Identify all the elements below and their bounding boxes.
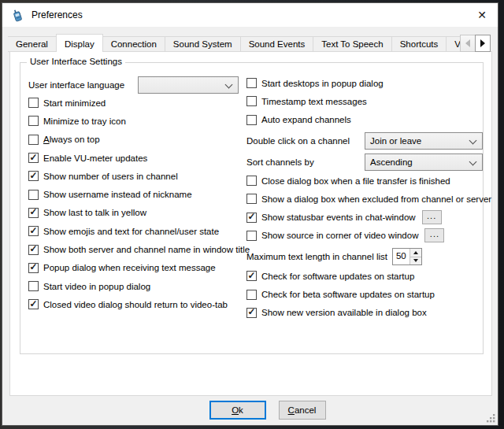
checkbox-row[interactable]: Check for beta software updates on start… xyxy=(246,285,492,303)
checkbox-row[interactable]: Close dialog box when a file transfer is… xyxy=(246,172,492,190)
tab[interactable]: Text To Speech xyxy=(313,36,391,52)
checkbox-label: Show a dialog box when excluded from cha… xyxy=(261,194,491,204)
checkbox-label: Show source in corner of video window xyxy=(261,231,418,240)
tab-scroll-buttons xyxy=(460,35,491,52)
spinner-down-icon[interactable] xyxy=(410,257,421,265)
checkbox[interactable] xyxy=(28,245,39,255)
spinner-up-icon[interactable] xyxy=(410,249,421,257)
sort-channels-row: Sort channels by Ascending xyxy=(246,153,492,171)
checkbox-row[interactable]: Closed video dialog should return to vid… xyxy=(28,295,246,313)
tab[interactable]: General xyxy=(8,36,57,52)
checkbox-row[interactable]: Show a dialog box when excluded from cha… xyxy=(246,190,492,208)
language-label: User interface language xyxy=(28,80,124,90)
checkbox[interactable] xyxy=(246,213,257,223)
tab-scroll-right-icon[interactable] xyxy=(475,35,491,52)
checkbox-label: Show username instead of nickname xyxy=(43,190,192,199)
checkbox-row[interactable]: Show last to talk in yellow xyxy=(28,204,246,222)
checkbox-row[interactable]: Show new version available in dialog box xyxy=(246,304,492,322)
checkbox-row[interactable]: Show emojis and text for channel/user st… xyxy=(28,222,246,240)
checkbox-label: Closed video dialog should return to vid… xyxy=(43,300,228,309)
double-click-value: Join or leave xyxy=(370,136,421,146)
tab[interactable]: Shortcuts xyxy=(391,36,447,52)
checkbox[interactable] xyxy=(28,263,39,273)
resize-grip-icon[interactable] xyxy=(485,412,496,423)
checkbox[interactable] xyxy=(246,96,257,106)
language-combobox[interactable] xyxy=(138,76,239,94)
checkbox[interactable] xyxy=(28,226,39,236)
double-click-label: Double click on a channel xyxy=(246,136,350,146)
checkbox-label: Start desktops in popup dialog xyxy=(261,79,384,88)
ellipsis-button[interactable]: ... xyxy=(424,228,444,242)
ok-button[interactable]: Ok xyxy=(209,401,266,420)
checkbox[interactable] xyxy=(28,116,39,126)
checkbox-row[interactable]: Show number of users in channel xyxy=(28,167,246,185)
tab[interactable]: Connection xyxy=(102,36,165,52)
checkbox[interactable] xyxy=(246,194,257,204)
checkbox-row[interactable]: Timestamp text messages xyxy=(246,92,492,110)
tab[interactable]: Sound Events xyxy=(240,36,314,52)
checkbox[interactable] xyxy=(28,98,39,108)
display-tab-page: User Interface Settings User interface l… xyxy=(9,51,492,396)
titlebar[interactable]: Preferences ✕ xyxy=(2,3,498,27)
left-checkbox-list: Start minimized Minimize to tray icon xyxy=(28,94,246,314)
checkbox-row[interactable]: Auto expand channels xyxy=(246,111,492,129)
right-top-checkbox-list: Start desktops in popup dialog Timestamp… xyxy=(246,74,492,129)
checkbox-label: Enable VU-meter updates xyxy=(43,153,147,163)
cancel-button[interactable]: Cancel xyxy=(279,401,326,420)
tab[interactable]: Sound System xyxy=(165,36,241,52)
checkbox-label: Minimize to tray icon xyxy=(43,116,126,126)
checkbox-row[interactable]: Popup dialog when receiving text message xyxy=(28,259,246,277)
left-column: User interface language Start minimized xyxy=(28,76,246,314)
checkbox-row[interactable]: Show statusbar events in chat-window ... xyxy=(246,208,492,226)
max-text-length-spinner[interactable]: 50 xyxy=(392,248,422,265)
checkbox[interactable] xyxy=(28,153,39,163)
checkbox-label: Show number of users in channel xyxy=(43,172,178,181)
checkbox[interactable] xyxy=(28,299,39,309)
spinner-arrows xyxy=(410,249,421,264)
checkbox[interactable] xyxy=(246,290,257,300)
tab-scroll-left-icon[interactable] xyxy=(460,35,476,52)
tab[interactable]: Video xyxy=(446,36,460,52)
checkbox-label: Show new version available in dialog box xyxy=(261,308,427,317)
checkbox[interactable] xyxy=(28,171,39,181)
tab-list: General Display Connection Sound System … xyxy=(8,34,460,52)
checkbox-row[interactable]: Show both server and channel name in win… xyxy=(28,240,246,258)
checkbox-row[interactable]: Start desktops in popup dialog xyxy=(246,74,492,92)
checkbox[interactable] xyxy=(246,78,257,88)
sort-channels-combobox[interactable]: Ascending xyxy=(365,153,483,171)
checkbox-label: Always on top xyxy=(43,135,100,144)
app-icon xyxy=(11,9,24,22)
checkbox-row[interactable]: Check for software updates on startup xyxy=(246,267,492,285)
right-bottom-checkbox-list: Check for software updates on startup Ch… xyxy=(246,267,492,322)
sort-channels-value: Ascending xyxy=(370,157,413,167)
checkbox-label: Close dialog box when a file transfer is… xyxy=(261,176,450,186)
checkbox[interactable] xyxy=(246,271,257,281)
checkbox-row[interactable]: Show source in corner of video window ..… xyxy=(246,227,492,245)
checkbox-label: Timestamp text messages xyxy=(261,97,367,106)
checkbox[interactable] xyxy=(28,190,39,200)
close-icon[interactable]: ✕ xyxy=(466,3,498,27)
checkbox-row[interactable]: Start video in popup dialog xyxy=(28,277,246,295)
checkbox[interactable] xyxy=(246,176,257,186)
checkbox[interactable] xyxy=(246,231,257,241)
group-title: User Interface Settings xyxy=(27,57,125,66)
checkbox-row[interactable]: Enable VU-meter updates xyxy=(28,149,246,167)
checkbox-label: Show statusbar events in chat-window xyxy=(261,213,416,222)
checkbox[interactable] xyxy=(246,115,257,125)
checkbox-row[interactable]: Show username instead of nickname xyxy=(28,185,246,203)
checkbox[interactable] xyxy=(246,308,257,318)
checkbox-row[interactable]: Minimize to tray icon xyxy=(28,112,246,130)
spinner-value: 50 xyxy=(393,249,410,264)
checkbox[interactable] xyxy=(28,135,39,145)
checkbox[interactable] xyxy=(28,208,39,218)
tab[interactable]: Display xyxy=(56,34,103,52)
max-text-length-label: Maximum text length in channel list xyxy=(246,252,387,261)
ellipsis-button[interactable]: ... xyxy=(422,210,442,224)
checkbox-row[interactable]: Start minimized xyxy=(28,94,246,112)
checkbox-row[interactable]: Always on top xyxy=(28,131,246,149)
checkbox-label: Check for software updates on startup xyxy=(261,272,414,281)
double-click-combobox[interactable]: Join or leave xyxy=(365,132,483,150)
checkbox[interactable] xyxy=(28,281,39,291)
right-mid-checkbox-list: Close dialog box when a file transfer is… xyxy=(246,172,492,245)
chevron-down-icon xyxy=(469,136,477,144)
